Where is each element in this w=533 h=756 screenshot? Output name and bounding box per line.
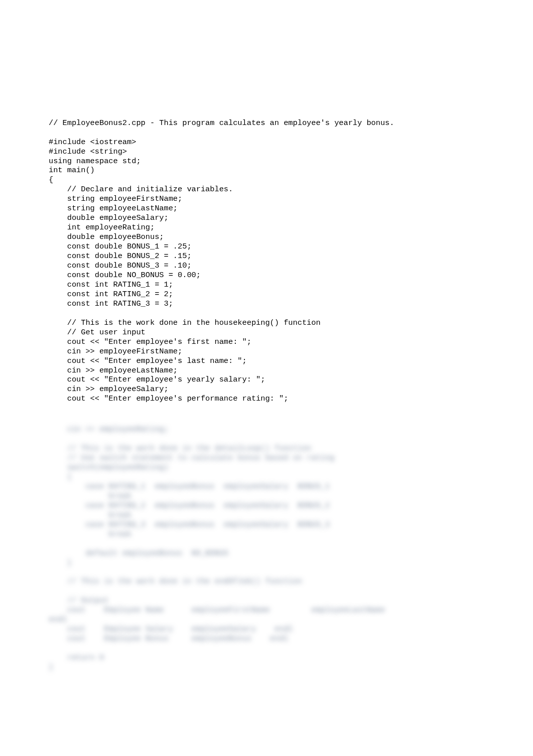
blurred-code-line: } xyxy=(49,558,533,568)
blurred-code-line xyxy=(49,539,533,549)
code-line: int main() xyxy=(49,166,533,175)
blurred-code-line: } xyxy=(49,663,533,672)
blurred-code-line: default employeeBonus NO_BONUS xyxy=(49,549,533,558)
blurred-code-line: { xyxy=(49,472,533,482)
code-line: const double BONUS_3 = .10; xyxy=(49,261,533,271)
blurred-code-line: break xyxy=(49,491,533,501)
blurred-code-line: // This is the work done in the endOfJob… xyxy=(49,577,533,586)
blurred-code-line xyxy=(49,586,533,596)
blurred-code-line: switch(employeeRating) xyxy=(49,463,533,472)
blurred-code-line xyxy=(49,644,533,653)
blurred-code-line: cout Employee Salary employeeSalary endl xyxy=(49,624,533,634)
code-line: double employeeSalary; xyxy=(49,213,533,223)
code-line: cin >> employeeLastName; xyxy=(49,366,533,375)
code-line: cout << "Enter employee's last name: "; xyxy=(49,356,533,366)
blurred-code-line: case RATING_2 employeeBonus employeeSala… xyxy=(49,501,533,511)
code-line: { xyxy=(49,175,533,185)
code-line: const int RATING_1 = 1; xyxy=(49,280,533,290)
code-line: #include <iostream> xyxy=(49,138,533,147)
blurred-code-line: return 0 xyxy=(49,653,533,663)
code-line: cin >> employeeSalary; xyxy=(49,385,533,394)
code-line: int employeeRating; xyxy=(49,223,533,232)
code-line: cout << "Enter employee's performance ra… xyxy=(49,394,533,404)
visible-code-section: // EmployeeBonus2.cpp - This program cal… xyxy=(49,118,533,404)
blurred-code-line: // Output xyxy=(49,596,533,605)
code-line xyxy=(49,128,533,138)
code-line xyxy=(49,309,533,318)
code-line: cout << "Enter employee's first name: "; xyxy=(49,337,533,347)
code-line: cout << "Enter employee's yearly salary:… xyxy=(49,375,533,385)
code-line: // EmployeeBonus2.cpp - This program cal… xyxy=(49,118,533,128)
code-line: #include <string> xyxy=(49,147,533,157)
code-line: const int RATING_3 = 3; xyxy=(49,299,533,309)
code-line: const double BONUS_2 = .15; xyxy=(49,251,533,261)
blurred-code-line: cout Employee Name employeeFirstName emp… xyxy=(49,605,533,615)
blurred-code-line: break xyxy=(49,530,533,539)
code-line: cin >> employeeFirstName; xyxy=(49,347,533,356)
blurred-code-section: cin >> employeeRating; // This is the wo… xyxy=(49,425,533,672)
code-line: // This is the work done in the housekee… xyxy=(49,318,533,328)
code-document: // EmployeeBonus2.cpp - This program cal… xyxy=(0,38,533,682)
blurred-code-line: case RATING_1 employeeBonus employeeSala… xyxy=(49,482,533,491)
code-line: const int RATING_2 = 2; xyxy=(49,290,533,299)
blurred-code-line: break xyxy=(49,511,533,520)
blurred-code-line: endl xyxy=(49,615,533,624)
blurred-code-line xyxy=(49,568,533,577)
blurred-code-line xyxy=(49,434,533,444)
blurred-code-line: cin >> employeeRating; xyxy=(49,425,533,434)
blurred-code-line: case RATING_3 employeeBonus employeeSala… xyxy=(49,520,533,530)
blurred-code-line: // This is the work done in the detailLo… xyxy=(49,444,533,453)
code-line: double employeeBonus; xyxy=(49,232,533,242)
blurred-code-line: // Use switch statement to calculate bon… xyxy=(49,453,533,463)
code-line: using namespace std; xyxy=(49,157,533,166)
code-line: const double NO_BONUS = 0.00; xyxy=(49,271,533,280)
code-line: const double BONUS_1 = .25; xyxy=(49,242,533,251)
code-line: // Get user input xyxy=(49,328,533,337)
blurred-code-line: cout Employee Bonus employeeBonus endl xyxy=(49,634,533,644)
code-line: string employeeFirstName; xyxy=(49,194,533,204)
code-line: // Declare and initialize variables. xyxy=(49,185,533,194)
code-line: string employeeLastName; xyxy=(49,204,533,213)
